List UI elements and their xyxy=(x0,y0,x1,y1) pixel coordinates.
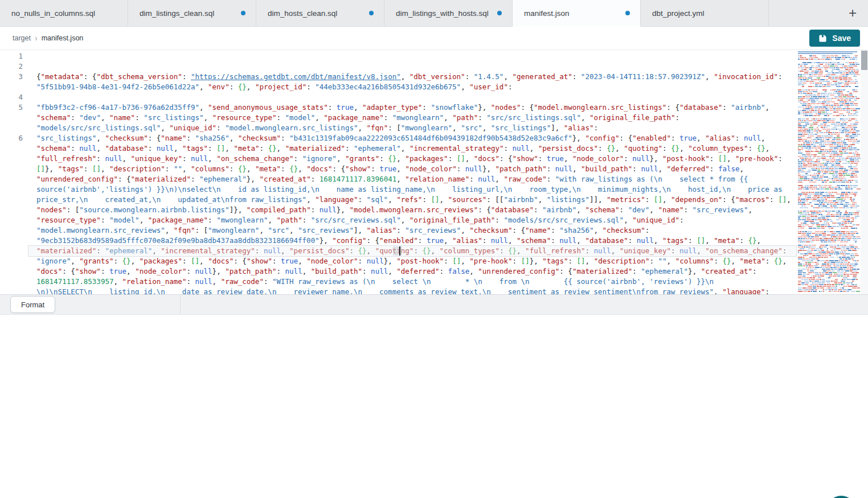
editor-tab[interactable]: manifest.json xyxy=(513,0,641,27)
code-line[interactable]: 2 xyxy=(0,61,797,72)
editor-tab[interactable]: no_nulls_in_columns.sql xyxy=(0,0,128,26)
tab-label: dim_listings_clean.sql xyxy=(140,9,214,18)
code-content[interactable]: 1 2 3{"metadata": {"dbt_schema_version":… xyxy=(0,51,797,294)
line-number: 5 xyxy=(0,102,28,133)
code-line[interactable]: 3{"metadata": {"dbt_schema_version": "ht… xyxy=(0,72,797,92)
unsaved-changes-dot-icon xyxy=(625,11,630,15)
path-toolbar: target › manifest.json Save xyxy=(0,27,868,50)
line-content: "src_listings", "checksum": {"name": "sh… xyxy=(28,133,797,294)
editor-tab[interactable]: dim_hosts_clean.sql xyxy=(256,0,384,26)
format-button[interactable]: Format xyxy=(10,296,55,313)
tab-label: manifest.json xyxy=(524,9,570,18)
code-editor[interactable]: 1 2 3{"metadata": {"dbt_schema_version":… xyxy=(0,50,868,294)
dbt-ide-window: no_nulls_in_columns.sqldim_listings_clea… xyxy=(0,0,868,498)
code-line[interactable]: 6"src_listings", "checksum": {"name": "s… xyxy=(0,133,797,294)
breadcrumb-file: manifest.json xyxy=(42,34,84,42)
tab-label: no_nulls_in_columns.sql xyxy=(11,9,95,18)
vertical-scrollbar[interactable] xyxy=(861,50,868,294)
line-number: 2 xyxy=(0,61,28,72)
editor-tab[interactable]: dbt_project.yml xyxy=(641,0,769,26)
line-content: "fbb9f3c2-cf96-4a17-b736-976a62d35ff9", … xyxy=(28,102,797,133)
tab-label: dim_hosts_clean.sql xyxy=(268,9,337,18)
line-number: 4 xyxy=(0,92,28,102)
line-content xyxy=(28,51,797,61)
breadcrumb: target › manifest.json xyxy=(13,34,83,43)
line-number: 1 xyxy=(0,51,28,61)
editor-tab[interactable]: dim_listings_with_hosts.sql xyxy=(384,0,513,26)
unsaved-changes-dot-icon xyxy=(241,11,245,15)
tab-bar-spacer: + xyxy=(769,0,868,26)
floppy-disk-icon xyxy=(818,34,827,43)
line-content: {"metadata": {"dbt_schema_version": "htt… xyxy=(28,72,797,92)
line-content xyxy=(28,92,797,102)
minimap[interactable] xyxy=(797,50,861,294)
tab-label: dbt_project.yml xyxy=(652,9,705,18)
tab-label: dim_listings_with_hosts.sql xyxy=(396,9,489,18)
line-content xyxy=(28,61,797,72)
line-number: 6 xyxy=(0,133,28,294)
footer-divider xyxy=(180,295,181,314)
results-panel xyxy=(0,315,868,498)
chevron-right-icon: › xyxy=(35,34,38,43)
code-line[interactable]: 4 xyxy=(0,92,797,102)
unsaved-changes-dot-icon xyxy=(369,11,374,15)
tab-bar: no_nulls_in_columns.sqldim_listings_clea… xyxy=(0,0,868,27)
save-button[interactable]: Save xyxy=(809,30,860,47)
save-button-label: Save xyxy=(832,34,851,43)
scrollbar-thumb[interactable] xyxy=(861,51,867,70)
breadcrumb-folder: target xyxy=(13,34,31,42)
line-number: 3 xyxy=(0,72,28,92)
editor-footer-bar: Format xyxy=(0,294,868,315)
editor-tab[interactable]: dim_listings_clean.sql xyxy=(128,0,256,26)
new-tab-button[interactable]: + xyxy=(844,5,861,21)
code-line[interactable]: 1 xyxy=(0,51,797,61)
unsaved-changes-dot-icon xyxy=(497,11,502,15)
code-line[interactable]: 5"fbb9f3c2-cf96-4a17-b736-976a62d35ff9",… xyxy=(0,102,797,133)
